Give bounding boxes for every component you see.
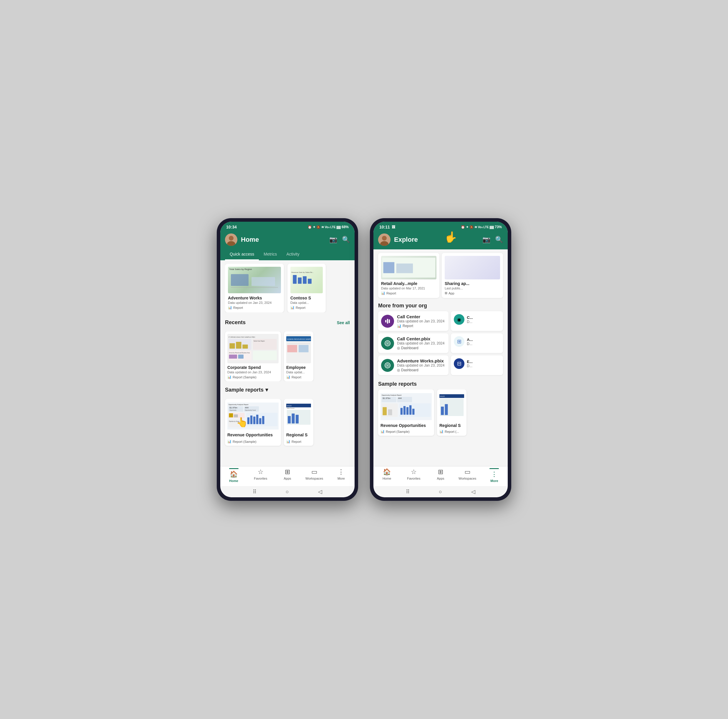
sample-card-regional[interactable]: SALES Sales Overvie... Regional S 📊 <box>284 399 314 446</box>
svg-rect-44 <box>259 418 261 424</box>
camera-icon-explore[interactable]: 📷 <box>482 236 490 243</box>
recent-title-employee: Employee <box>286 365 311 370</box>
explore-hand-area: 👆 <box>438 234 479 246</box>
svg-rect-88 <box>441 407 444 415</box>
svg-rect-20 <box>229 354 237 359</box>
see-all-link[interactable]: See all <box>337 321 350 325</box>
search-icon-home[interactable]: 🔍 <box>342 236 350 243</box>
nav-explore-more[interactable]: ⋮ More <box>481 468 508 482</box>
top-card-sharing-date: Last publis... <box>445 287 500 290</box>
back-btn-2[interactable]: ⠿ <box>406 488 410 495</box>
recent-date-corporate: Data updated on Jan 23, 2024 <box>227 370 278 374</box>
org-card-call-center[interactable]: Call Center Data updated on Jan 23, 2024… <box>378 311 448 331</box>
explore-sample-regional[interactable]: SALES Regional S 📊 Report (... <box>437 389 466 436</box>
svg-rect-59 <box>384 262 395 273</box>
org-right-3-icon: ⊟ <box>454 358 465 369</box>
explore-sample-title: Sample reports <box>378 381 503 387</box>
recents-cards-row: IT SPEND ANALYSIS SAMPLE PBIX Select Asi… <box>220 331 355 381</box>
card-type-adventure: 📊 Report <box>228 305 281 310</box>
svg-rect-22 <box>253 351 277 360</box>
nav-explore-label-home: Home <box>382 477 391 480</box>
tab-metrics[interactable]: Metrics <box>259 249 281 260</box>
home-title: Home <box>241 236 326 243</box>
call-center-type: 📊 Report <box>397 324 444 328</box>
sample-reports-section: Sample reports ▾ <box>220 381 355 399</box>
alarm-icon: ⏰ <box>308 225 312 229</box>
org-card-right-2[interactable]: ⊞ A... D... <box>451 333 503 353</box>
nav-explore-home[interactable]: 🏠 Home <box>373 468 400 482</box>
content-explore: Retail Analy...mple Data updated on Mar … <box>373 249 508 466</box>
org-row-2: Call Center.pbix Data updated on Jan 23,… <box>373 333 508 356</box>
camera-icon-home[interactable]: 📷 <box>329 236 337 243</box>
phone-home: 10:34 ⏰ ✦ 🔕 ≋ Vo₀ LTE ▓▓ 68% <box>217 218 358 501</box>
recents-btn-1[interactable]: ◁ <box>318 488 322 495</box>
nav-explore-label-apps: Apps <box>437 477 444 480</box>
org-card-right-1[interactable]: ◉ C... D... <box>451 311 503 331</box>
explore-sample-revenue-title: Revenue Opportunities <box>381 423 432 428</box>
recents-btn-2[interactable]: ◁ <box>471 488 475 495</box>
svg-rect-83 <box>382 407 387 415</box>
status-bar-explore: 10:11 🖼 ⏰ ✦ 🔕 ≋ Vo₀ LTE ▓▓ 73% <box>373 222 508 231</box>
nav-more[interactable]: ⋮ More <box>328 468 355 482</box>
nav-explore-apps[interactable]: ⊞ Apps <box>427 468 454 482</box>
tab-quick-access[interactable]: Quick access <box>225 249 259 260</box>
sample-card-revenue[interactable]: Opportunity Analysis Report $1.97bn Oppo… <box>225 399 281 446</box>
nav-explore-workspaces[interactable]: ▭ Workspaces <box>454 468 481 482</box>
svg-rect-78 <box>404 406 405 415</box>
top-card-retail[interactable]: Retail Analy...mple Data updated on Mar … <box>378 253 439 298</box>
home-btn-1[interactable]: ○ <box>286 489 289 495</box>
svg-rect-9 <box>303 276 307 284</box>
tabs-home: Quick access Metrics Activity <box>220 249 355 260</box>
sample-type-regional: 📊 Report <box>286 440 311 443</box>
nav-explore-label-more: More <box>490 479 498 482</box>
svg-rect-13 <box>229 343 235 349</box>
home-btn-2[interactable]: ○ <box>439 489 442 495</box>
call-center-info: Call Center Data updated on Jan 23, 2024… <box>397 314 444 328</box>
nav-workspaces[interactable]: ▭ Workspaces <box>301 468 328 482</box>
svg-text:Pipeline by Stage: Pipeline by Stage <box>229 421 239 422</box>
adventure-pbix-title: Adventure Works.pbix <box>397 358 444 363</box>
search-icon-explore[interactable]: 🔍 <box>495 236 503 243</box>
svg-text:Opportunity Count: Opportunity Count <box>245 409 256 411</box>
org-card-right-3[interactable]: ⊟ E... D... <box>451 356 503 375</box>
recent-card-corporate[interactable]: IT SPEND ANALYSIS SAMPLE PBIX Select Asi… <box>225 331 281 381</box>
nav-home[interactable]: 🏠 Home <box>220 468 247 482</box>
org-card-adventure-pbix[interactable]: Adventure Works.pbix Data updated on Jan… <box>378 356 448 375</box>
org-right-2-date: D... <box>467 342 473 346</box>
tab-activity[interactable]: Activity <box>281 249 304 260</box>
nav-apps[interactable]: ⊞ Apps <box>274 468 301 482</box>
header-icons-home[interactable]: 📷 🔍 <box>329 236 350 243</box>
svg-text:Select Asia Region: Select Asia Region <box>254 340 265 342</box>
top-card-sharing[interactable]: Sharing ap... Last publis... ⊞ App <box>442 253 503 298</box>
svg-rect-4 <box>251 277 275 286</box>
report-icon-1: 📊 <box>228 305 232 310</box>
header-icons-explore[interactable]: 📷 🔍 <box>482 236 503 243</box>
apps-icon: ⊞ <box>285 468 290 476</box>
svg-rect-81 <box>412 409 414 415</box>
nav-label-apps: Apps <box>284 477 291 480</box>
back-btn-1[interactable]: ⠿ <box>253 488 257 495</box>
explore-sample-revenue[interactable]: Opportunity Analysis Report $1.97bn 444 <box>378 389 434 436</box>
nav-explore-favorites[interactable]: ☆ Favorites <box>400 468 427 482</box>
status-time-explore: 10:11 <box>379 224 390 229</box>
recents-title: Recents <box>225 319 246 326</box>
explore-sample-regional-thumb: SALES <box>439 392 464 421</box>
mini-map-adventure: Total Sales by Region <box>228 267 281 293</box>
explore-sample-revenue-type: 📊 Report (Sample) <box>381 430 432 434</box>
svg-rect-62 <box>387 319 388 324</box>
card-contoso[interactable]: Revenue Gain by Sales Re... Contoso S <box>288 264 326 312</box>
nav-label-more: More <box>338 477 345 480</box>
recent-card-employee[interactable]: HUMAN RESOURCES SAMPLE Employee Data upd… <box>284 331 314 381</box>
report-icon-3: 📊 <box>227 375 231 379</box>
svg-rect-37 <box>229 414 233 418</box>
report-icon-2: 📊 <box>291 305 295 310</box>
chevron-down-icon[interactable]: ▾ <box>265 386 268 393</box>
card-adventure-works[interactable]: Total Sales by Region Adventure Works D <box>225 264 284 312</box>
svg-rect-45 <box>262 416 264 424</box>
recent-title-corporate: Corporate Spend <box>227 365 278 370</box>
dashboard-icon-1: ◎ <box>397 346 400 350</box>
nav-favorites[interactable]: ☆ Favorites <box>247 468 274 482</box>
org-card-call-center-pbix[interactable]: Call Center.pbix Data updated on Jan 23,… <box>378 333 448 353</box>
svg-point-56 <box>382 236 387 241</box>
recent-thumb-corporate: IT SPEND ANALYSIS SAMPLE PBIX Select Asi… <box>227 334 278 363</box>
